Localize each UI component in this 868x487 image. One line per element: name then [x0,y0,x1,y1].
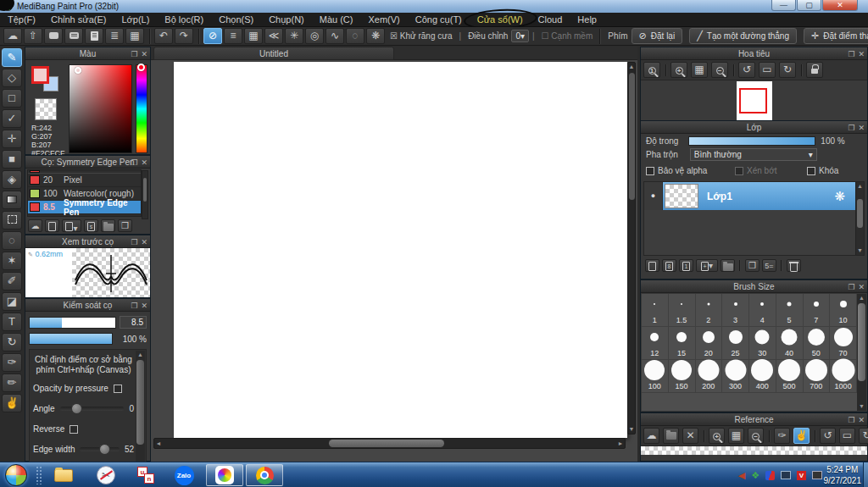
close-icon[interactable]: ✕ [858,50,865,58]
foreground-swatch[interactable] [31,66,49,84]
protect-alpha-checkbox[interactable]: Bảo vệ alpha [646,166,735,175]
zoom-out-button[interactable]: − [711,62,728,78]
brush-tool[interactable]: ✎ [2,48,22,67]
duplicate-brush-button[interactable]: ❐ [118,219,132,232]
maximize-button[interactable]: ▢ [797,0,821,11]
move-tool[interactable]: ✛ [2,130,22,148]
ref-cloud-button[interactable]: ☁ [643,428,659,444]
reset-rotation-button[interactable]: ▭ [759,62,776,78]
brush-folder-button[interactable] [101,219,115,232]
hue-bar[interactable] [136,64,147,153]
magic-wand-tool[interactable]: ✶ [2,252,22,270]
navigator-view[interactable] [641,80,867,121]
menu-item-5[interactable]: Chọn(S) [211,13,261,27]
angle-slider[interactable] [60,407,125,411]
close-button[interactable]: ✕ [822,0,858,11]
menu-item-8[interactable]: Xem(V) [360,13,407,27]
bucket-tool[interactable]: ◈ [2,170,22,189]
layer-visibility-toggle[interactable]: ● [644,182,663,210]
layer-opacity-slider[interactable] [688,136,815,146]
popout-icon[interactable]: ❐ [848,124,854,132]
cloud-button[interactable]: ☁ [3,28,22,44]
brush-size-cell[interactable]: 25 [722,327,749,360]
lock-checkbox[interactable]: Khóa [807,166,838,175]
brush-size-cell[interactable]: 1000 [830,360,857,393]
viewport-rect[interactable] [739,88,767,113]
brush-opacity-slider[interactable] [29,333,113,345]
popout-icon[interactable]: ❐ [131,302,137,310]
brush-size-slider[interactable] [29,317,116,329]
reverse-checkbox[interactable] [70,425,78,434]
pen-tool[interactable]: ✏ [2,374,22,392]
brush-panel-header[interactable]: Cọ: Symmetry Edge Pen ❐✕ [25,156,150,169]
scroll-up-icon[interactable]: ▲ [136,351,145,359]
ref-rotate-left-button[interactable]: ↺ [820,428,836,444]
brush-size-cell[interactable]: 300 [722,360,749,393]
symmetry-grid-button[interactable]: ▦ [244,28,263,44]
symmetry-mirror-button[interactable]: ≪ [264,28,283,44]
navigator-header[interactable]: Hoa tiêu ❐✕ [641,47,867,60]
chat-button[interactable] [64,28,83,44]
brush-size-header[interactable]: Brush Size ❐✕ [641,280,867,293]
brush-row[interactable]: 8.5Symmetry Edge Pen [28,201,141,214]
taskbar-zalo[interactable]: Zalo [170,464,198,486]
popout-icon[interactable]: ❐ [848,283,854,291]
taskbar-clock[interactable]: 5:24 PM 9/27/2021 [824,464,862,486]
scroll-up-icon[interactable]: ▲ [856,182,864,191]
layer-panel-header[interactable]: Lớp ❐✕ [641,121,867,134]
preview-panel-header[interactable]: Xem trước cọ ❐✕ [25,235,150,248]
close-icon[interactable]: ✕ [141,302,147,310]
new-brush-button[interactable] [45,219,59,232]
brush-size-cell[interactable]: 1 [642,294,669,327]
taskbar-medibang[interactable] [206,464,243,486]
scroll-down-icon[interactable]: ▼ [857,402,866,411]
close-icon[interactable]: ✕ [141,50,147,58]
color-panel-header[interactable]: Màu ❐✕ [25,47,150,60]
text-tool[interactable]: T [2,313,22,331]
reference-point-button[interactable]: ✛Đặt điểm tham chiếu [804,28,868,44]
title-bar[interactable]: MediBang Paint Pro (32bit) — ▢ ✕ [0,0,868,13]
saturation-value-picker[interactable] [69,64,132,153]
brush-size-cell[interactable]: 5 [776,294,804,327]
redo-button[interactable]: ↷ [175,28,193,44]
brush-size-cell[interactable]: 7 [804,294,831,327]
menu-item-12[interactable]: Help [570,13,604,27]
hscroll-thumb[interactable] [329,440,444,447]
scroll-left-icon[interactable]: ◄ [154,440,163,446]
vscroll-thumb[interactable] [629,73,635,200]
reset-button[interactable]: ⊘Đặt lại [632,28,683,44]
brush-size-scrollbar[interactable]: ▲ ▼ [857,294,866,411]
options-scrollbar[interactable]: ▲ ▼ [136,351,145,474]
blend-dropdown[interactable]: Bình thường▾ [690,148,817,161]
ref-fit-button[interactable]: ▦ [728,428,744,444]
menu-item-9[interactable]: Công cụ(T) [408,13,470,27]
rotate-tool[interactable]: ↻ [2,333,22,351]
ref-rotate-right-button[interactable]: ↻ [859,428,868,444]
menu-item-2[interactable]: Chỉnh sửa(E) [43,13,114,27]
ref-zoom-out-button[interactable]: − [748,428,764,444]
clipping-checkbox[interactable]: Xén bớt [735,166,807,175]
brush-size-cell[interactable]: 500 [776,360,804,393]
zoom-in-button[interactable]: + [670,62,687,78]
brush-size-cell[interactable]: 2 [696,294,723,327]
symmetry-horizontal-button[interactable]: ≡ [224,28,242,44]
layer-folder-button[interactable] [721,259,735,272]
taskbar-snipping-tool[interactable]: ✂ [92,464,120,486]
start-button[interactable] [5,464,27,486]
delete-layer-button[interactable] [787,259,801,272]
brush-size-cell[interactable]: 15 [669,327,696,360]
menu-item-10[interactable]: Cửa sổ(W) [470,13,531,27]
select-eraser-tool[interactable]: ◪ [2,292,22,311]
ref-close-button[interactable]: ✕ [682,428,698,444]
canvas-vscrollbar[interactable]: ▲ ▼ [627,62,636,434]
edit-brush-button[interactable]: ▾ [62,219,81,232]
select-tool[interactable] [2,211,22,230]
ref-eyedropper-button[interactable]: ✑ [774,428,790,444]
green-utility-icon[interactable]: ❖ [751,466,760,484]
pressure-checkbox[interactable] [114,385,122,393]
brush-size-cell[interactable]: 20 [696,327,723,360]
soft-edge-checkbox[interactable]: ☐ Cạnh mềm [542,31,593,41]
brush-size-cell[interactable]: 30 [749,327,776,360]
hue-marker[interactable] [137,64,145,71]
ref-zoom-in-button[interactable]: + [709,428,725,444]
